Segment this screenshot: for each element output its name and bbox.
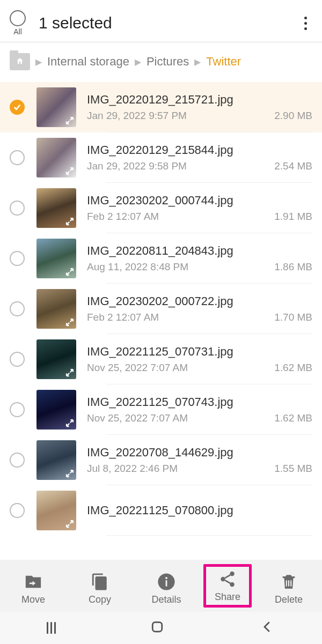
copy-button[interactable]: Copy — [76, 573, 124, 605]
svg-point-2 — [165, 577, 167, 579]
share-icon — [218, 570, 237, 588]
row-checkbox[interactable] — [10, 352, 25, 367]
file-info: IMG_20221125_070731.jpgNov 25, 2022 7:07… — [87, 345, 312, 374]
file-list: IMG_20220129_215721.jpgJan 29, 2022 9:57… — [0, 82, 322, 536]
svg-rect-1 — [166, 580, 167, 586]
file-size: 2.54 MB — [274, 160, 312, 172]
select-all-label: All — [13, 27, 22, 36]
delete-button[interactable]: Delete — [265, 573, 313, 605]
file-size: 1.62 MB — [274, 362, 312, 374]
file-name: IMG_20221125_070731.jpg — [87, 345, 312, 359]
details-label: Details — [151, 594, 181, 605]
file-info: IMG_20220708_144629.jpgJul 8, 2022 2:46 … — [87, 446, 312, 475]
file-row[interactable]: IMG_20230202_000744.jpgFeb 2 12:07 AM1.9… — [0, 183, 322, 233]
file-size: 1.62 MB — [274, 412, 312, 424]
file-date: Jan 29, 2022 9:58 PM — [87, 160, 187, 172]
file-row[interactable]: IMG_20221125_070743.jpgNov 25, 2022 7:07… — [0, 384, 322, 435]
recents-icon — [47, 622, 56, 634]
crumb-internal-storage[interactable]: Internal storage — [47, 55, 129, 69]
file-size: 1.91 MB — [274, 211, 312, 223]
svg-rect-6 — [153, 622, 163, 632]
file-thumbnail[interactable] — [36, 87, 76, 127]
file-name: IMG_20220708_144629.jpg — [87, 446, 312, 460]
row-checkbox[interactable] — [10, 201, 25, 216]
svg-point-4 — [221, 577, 225, 582]
file-size: 2.90 MB — [274, 110, 312, 122]
system-nav-bar — [0, 612, 322, 644]
file-thumbnail[interactable] — [36, 339, 76, 379]
nav-back[interactable] — [259, 619, 275, 637]
nav-recents[interactable] — [47, 622, 56, 634]
row-checkbox[interactable] — [10, 453, 25, 468]
file-row[interactable]: IMG_20220811_204843.jpgAug 11, 2022 8:48… — [0, 233, 322, 284]
move-icon — [24, 573, 42, 591]
copy-icon — [91, 573, 109, 591]
info-icon — [157, 573, 175, 591]
file-row[interactable]: IMG_20220708_144629.jpgJul 8, 2022 2:46 … — [0, 435, 322, 485]
file-info: IMG_20220811_204843.jpgAug 11, 2022 8:48… — [87, 244, 312, 273]
file-size: 1.86 MB — [274, 261, 312, 273]
move-label: Move — [21, 594, 45, 605]
file-row[interactable]: IMG_20230202_000722.jpgFeb 2 12:07 AM1.7… — [0, 284, 322, 334]
file-info: IMG_20230202_000722.jpgFeb 2 12:07 AM1.7… — [87, 294, 312, 323]
row-checkbox[interactable] — [10, 150, 25, 165]
back-icon — [259, 619, 275, 635]
crumb-pictures[interactable]: Pictures — [147, 55, 189, 69]
file-thumbnail[interactable] — [36, 289, 76, 329]
select-all-circle[interactable] — [10, 10, 26, 26]
file-name: IMG_20221125_070800.jpg — [87, 504, 312, 517]
file-date: Jul 8, 2022 2:46 PM — [87, 463, 178, 475]
chevron-right-icon: ▶ — [135, 57, 141, 67]
file-info: IMG_20221125_070800.jpg — [87, 504, 312, 517]
file-date: Aug 11, 2022 8:48 PM — [87, 261, 188, 273]
select-all[interactable]: All — [10, 10, 26, 36]
page-title: 1 selected — [39, 14, 299, 32]
chevron-right-icon: ▶ — [194, 57, 201, 67]
file-name: IMG_20220811_204843.jpg — [87, 244, 312, 258]
file-thumbnail[interactable] — [36, 188, 76, 228]
crumb-current[interactable]: Twitter — [206, 55, 241, 69]
move-button[interactable]: Move — [9, 573, 57, 605]
delete-label: Delete — [275, 594, 303, 605]
file-info: IMG_20230202_000744.jpgFeb 2 12:07 AM1.9… — [87, 194, 312, 223]
file-date: Feb 2 12:07 AM — [87, 211, 159, 223]
file-date: Feb 2 12:07 AM — [87, 312, 159, 323]
file-thumbnail[interactable] — [36, 138, 76, 177]
details-button[interactable]: Details — [142, 573, 191, 605]
file-name: IMG_20220129_215721.jpg — [87, 93, 312, 107]
file-name: IMG_20230202_000744.jpg — [87, 194, 312, 208]
row-checkbox[interactable] — [10, 301, 25, 316]
file-size: 1.55 MB — [274, 463, 312, 475]
file-date: Nov 25, 2022 7:07 AM — [87, 412, 188, 424]
file-row[interactable]: IMG_20220129_215844.jpgJan 29, 2022 9:58… — [0, 132, 322, 183]
file-thumbnail[interactable] — [36, 390, 76, 430]
home-nav-icon — [149, 619, 165, 635]
file-name: IMG_20220129_215844.jpg — [87, 143, 312, 157]
file-thumbnail[interactable] — [36, 239, 76, 278]
row-divider — [106, 535, 312, 536]
overflow-menu[interactable] — [299, 9, 312, 38]
row-checkbox[interactable] — [10, 503, 25, 518]
share-label: Share — [215, 591, 240, 603]
file-thumbnail[interactable] — [36, 491, 76, 530]
file-name: IMG_20221125_070743.jpg — [87, 395, 312, 409]
share-button[interactable]: Share — [203, 564, 252, 608]
breadcrumb: ▶ Internal storage ▶ Pictures ▶ Twitter — [0, 42, 322, 82]
home-icon[interactable] — [10, 53, 30, 70]
file-row[interactable]: IMG_20220129_215721.jpgJan 29, 2022 9:57… — [0, 82, 322, 132]
row-checkbox[interactable] — [10, 100, 25, 115]
nav-home[interactable] — [149, 619, 165, 637]
file-row[interactable]: IMG_20221125_070731.jpgNov 25, 2022 7:07… — [0, 334, 322, 384]
file-row[interactable]: IMG_20221125_070800.jpg — [0, 485, 322, 536]
selection-header: All 1 selected — [0, 0, 322, 40]
file-thumbnail[interactable] — [36, 440, 76, 480]
row-checkbox[interactable] — [10, 402, 25, 417]
action-bar: Move Copy Details Share Delete — [0, 560, 322, 612]
row-checkbox[interactable] — [10, 251, 25, 266]
file-date: Nov 25, 2022 7:07 AM — [87, 362, 188, 374]
file-size: 1.70 MB — [274, 312, 312, 323]
copy-label: Copy — [89, 594, 111, 605]
file-info: IMG_20220129_215844.jpgJan 29, 2022 9:58… — [87, 143, 312, 172]
chevron-right-icon: ▶ — [35, 57, 42, 67]
file-info: IMG_20221125_070743.jpgNov 25, 2022 7:07… — [87, 395, 312, 424]
